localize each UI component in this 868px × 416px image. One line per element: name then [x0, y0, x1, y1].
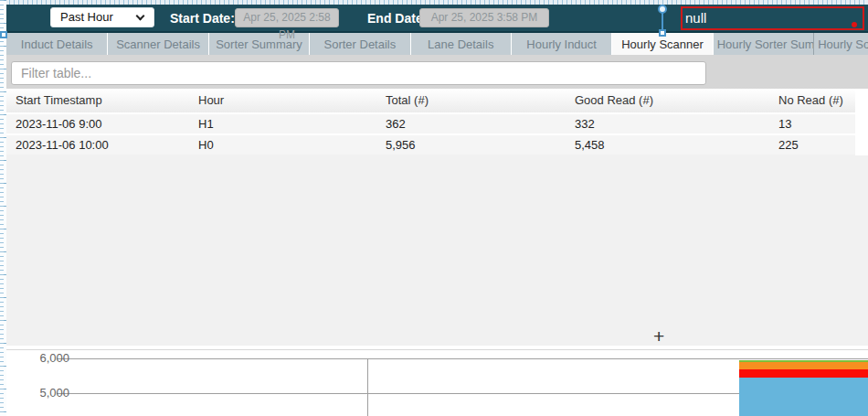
tab-induct-details[interactable]: Induct Details	[6, 33, 107, 55]
start-date-label: Start Date:	[170, 11, 235, 26]
table-cell: 332	[566, 114, 769, 133]
col-start-timestamp[interactable]: Start Timestamp	[6, 89, 189, 112]
table-cell: 362	[376, 114, 566, 133]
filter-table-input[interactable]	[11, 61, 706, 85]
table-body: 2023-11-06 9:00 H1 362 332 13 2023-11-06…	[6, 112, 855, 155]
table-cell: 5,458	[566, 135, 769, 155]
tab-hourly-sorter-summar[interactable]: Hourly Sorter Summar	[713, 33, 813, 55]
end-date-input[interactable]: Apr 25, 2025 3:58 PM	[419, 8, 549, 27]
table-cell: 2023-11-06 10:00	[6, 135, 189, 155]
tab-hourly-induct[interactable]: Hourly Induct	[511, 33, 611, 55]
selection-handle-circle	[658, 5, 667, 14]
start-date-input[interactable]: Apr 25, 2025 2:58 PM	[235, 8, 339, 27]
annotation-red-dot	[852, 22, 857, 27]
chart-top-divider	[0, 349, 868, 350]
bar-segment-blue	[739, 378, 868, 416]
chart-vertical-gridline	[367, 358, 368, 416]
table-cell: H1	[189, 114, 376, 133]
top-ruler	[0, 0, 868, 5]
annotation-null-field[interactable]: null	[681, 6, 864, 30]
selection-handle-square	[659, 29, 666, 37]
bar-segment-orange	[739, 362, 868, 369]
left-ruler	[0, 0, 6, 416]
table-header: Start Timestamp Hour Total (#) Good Read…	[6, 89, 855, 113]
left-ruler-handle-square	[0, 31, 7, 38]
ytick-label-6000: 6,000	[16, 351, 69, 365]
col-hour[interactable]: Hour	[189, 89, 376, 112]
col-no-read[interactable]: No Read (#)	[769, 89, 855, 112]
table-cell: 13	[769, 114, 855, 133]
filter-bar	[6, 55, 868, 89]
period-select-value: Past Hour	[60, 10, 113, 24]
ytick-label-5000: 5,000	[16, 386, 69, 400]
col-total[interactable]: Total (#)	[376, 89, 566, 112]
stacked-bar-chart: 6,0005,000	[0, 346, 868, 416]
period-select[interactable]: Past Hour	[50, 7, 154, 27]
table-scrollbar-track[interactable]	[855, 89, 868, 155]
tab-bar: Induct DetailsScanner DetailsSorter Summ…	[6, 33, 868, 55]
col-good-read[interactable]: Good Read (#)	[566, 89, 769, 112]
app-screen: Period: Past Hour Start Date: Apr 25, 20…	[0, 0, 868, 416]
table-cell: H0	[189, 135, 376, 155]
table-row[interactable]: 2023-11-06 10:00 H0 5,956 5,458 225	[6, 133, 855, 155]
table-cell: 225	[769, 135, 855, 155]
bar-segment-red	[739, 369, 868, 378]
table-cell: 2023-11-06 9:00	[6, 114, 189, 133]
crosshair-plus-marker: +	[653, 325, 664, 347]
tab-sorter-details[interactable]: Sorter Details	[309, 33, 409, 55]
table-cell: 5,956	[376, 135, 566, 155]
chevron-down-icon	[136, 12, 145, 21]
tab-scanner-details[interactable]: Scanner Details	[107, 33, 207, 55]
tab-lane-details[interactable]: Lane Details	[410, 33, 511, 55]
tab-hourly-sort[interactable]: Hourly Sort	[813, 33, 868, 55]
end-date-label: End Date:	[367, 11, 427, 26]
table-row[interactable]: 2023-11-06 9:00 H1 362 332 13	[6, 112, 855, 133]
